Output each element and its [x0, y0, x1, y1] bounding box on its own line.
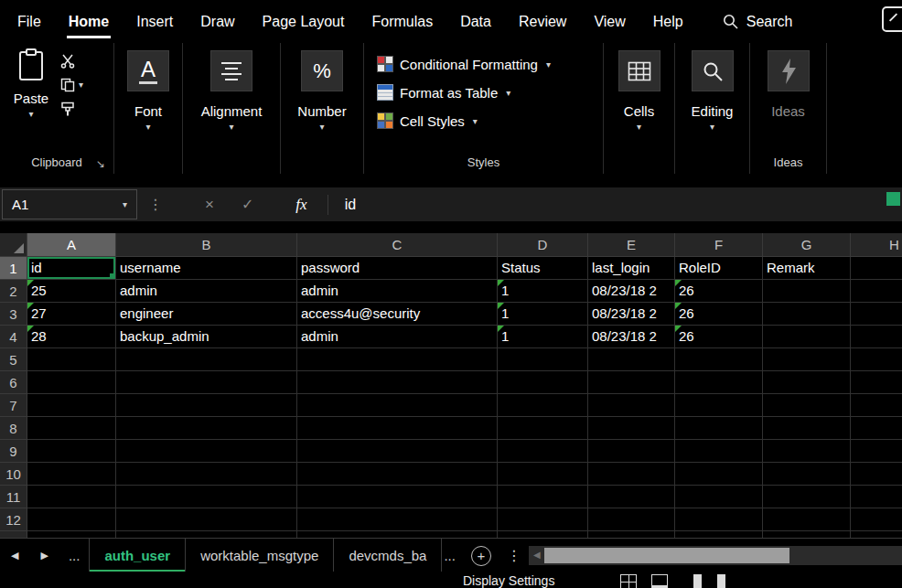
cell-F6[interactable] [675, 371, 763, 394]
row-header-13[interactable]: 13 [0, 531, 27, 538]
cells-button[interactable]: Cells ▾ [604, 50, 674, 132]
column-header-B[interactable]: B [116, 233, 297, 257]
cell-A4[interactable]: 28 [27, 326, 116, 348]
cell-B3[interactable]: engineer [116, 303, 297, 326]
cell-H7[interactable] [851, 394, 902, 417]
column-header-D[interactable]: D [498, 233, 588, 257]
chevron-down-icon[interactable]: ▾ [319, 123, 324, 132]
cell-A11[interactable] [27, 486, 116, 508]
cut-button[interactable] [60, 54, 75, 69]
cell-B12[interactable] [116, 508, 297, 531]
menu-tab-help[interactable]: Help [639, 0, 697, 43]
cell-E11[interactable] [588, 486, 675, 508]
cell-G11[interactable] [763, 486, 851, 508]
cell-H12[interactable] [851, 508, 902, 531]
cell-C11[interactable] [297, 486, 498, 508]
row-header-7[interactable]: 7 [0, 394, 27, 417]
cell-G5[interactable] [763, 348, 851, 371]
row-header-3[interactable]: 3 [0, 303, 27, 326]
cell-F2[interactable]: 26 [675, 280, 763, 303]
cell-H11[interactable] [851, 486, 902, 508]
cell-C10[interactable] [297, 463, 498, 486]
row-header-1[interactable]: 1 [0, 257, 27, 280]
tab-scroll-right-icon[interactable]: ▶ [29, 550, 59, 561]
cell-H3[interactable] [851, 303, 902, 326]
chevron-down-icon[interactable]: ▾ [229, 123, 233, 132]
number-button[interactable]: % Number ▾ [281, 50, 363, 132]
cell-D6[interactable] [498, 371, 588, 394]
menu-tab-insert[interactable]: Insert [123, 0, 187, 43]
cell-E6[interactable] [588, 371, 675, 394]
menu-tab-view[interactable]: View [580, 0, 639, 43]
view-shortcut-bar-icon[interactable] [717, 574, 725, 588]
cell-F4[interactable]: 26 [675, 326, 763, 348]
copy-button[interactable]: ▾ [60, 78, 83, 92]
cell-C9[interactable] [297, 440, 498, 463]
horizontal-scrollbar[interactable]: ◀ [529, 546, 902, 565]
cell-G10[interactable] [763, 463, 851, 486]
row-header-11[interactable]: 11 [0, 486, 27, 508]
more-dots-icon[interactable]: ⋮ [148, 196, 163, 213]
cell-G4[interactable] [763, 326, 851, 348]
cell-E7[interactable] [588, 394, 675, 417]
cell-E12[interactable] [588, 508, 675, 531]
cell-E10[interactable] [588, 463, 675, 486]
menu-tab-home[interactable]: Home [55, 0, 123, 43]
cell-A5[interactable] [27, 348, 116, 371]
sheet-tab-auth_user[interactable]: auth_user [90, 539, 186, 572]
cell-B7[interactable] [116, 394, 297, 417]
sheet-options-dots-icon[interactable]: ⋮ [507, 547, 521, 564]
cell-D7[interactable] [498, 394, 588, 417]
chevron-down-icon[interactable]: ▾ [79, 80, 83, 90]
cell-E5[interactable] [588, 348, 675, 371]
column-header-F[interactable]: F [675, 233, 763, 257]
cell-D4[interactable]: 1 [498, 326, 588, 348]
cell-C3[interactable]: access4u@security [297, 303, 498, 326]
ideas-button[interactable]: Ideas [750, 50, 826, 119]
menu-tab-file[interactable]: File [4, 0, 55, 43]
cell-H2[interactable] [851, 280, 902, 303]
chevron-down-icon[interactable]: ▾ [123, 199, 127, 209]
row-header-4[interactable]: 4 [0, 326, 27, 348]
cell-F13[interactable] [675, 531, 763, 538]
search-box[interactable]: Search [723, 0, 793, 43]
cell-C1[interactable]: password [297, 257, 498, 280]
paste-button[interactable]: Paste ▾ [7, 48, 55, 119]
cell-E1[interactable]: last_login [588, 257, 675, 280]
new-sheet-button[interactable]: + [471, 546, 491, 566]
page-layout-view-icon[interactable] [651, 574, 668, 588]
cell-F3[interactable]: 26 [675, 303, 763, 326]
scrollbar-thumb[interactable] [544, 548, 789, 563]
cell-E2[interactable]: 08/23/18 2 [588, 280, 675, 303]
formula-input[interactable]: id [345, 197, 902, 213]
cell-C5[interactable] [297, 348, 498, 371]
cell-G8[interactable] [763, 417, 851, 440]
conditional-formatting-button[interactable]: Conditional Formatting ▾ [377, 52, 551, 76]
menu-tab-draw[interactable]: Draw [187, 0, 248, 43]
cell-C6[interactable] [297, 371, 498, 394]
cell-A6[interactable] [27, 371, 116, 394]
scrollbar-left-arrow-icon[interactable]: ◀ [533, 550, 541, 560]
cell-E8[interactable] [588, 417, 675, 440]
cell-A13[interactable] [27, 531, 116, 538]
cell-D9[interactable] [498, 440, 588, 463]
cell-D5[interactable] [498, 348, 588, 371]
cell-H10[interactable] [851, 463, 902, 486]
view-shortcut-bar-icon[interactable] [693, 574, 702, 588]
cell-F5[interactable] [675, 348, 763, 371]
chevron-down-icon[interactable]: ▾ [145, 123, 150, 132]
cell-H9[interactable] [851, 440, 902, 463]
cell-B5[interactable] [116, 348, 297, 371]
cell-E9[interactable] [588, 440, 675, 463]
column-header-C[interactable]: C [297, 233, 498, 257]
cell-D2[interactable]: 1 [498, 280, 588, 303]
insert-function-icon[interactable]: fx [295, 196, 306, 214]
cell-C13[interactable] [297, 531, 498, 538]
sheet-tab-worktable_msgtype[interactable]: worktable_msgtype [186, 539, 334, 572]
cell-H4[interactable] [851, 326, 902, 348]
cell-H8[interactable] [851, 417, 902, 440]
cell-G1[interactable]: Remark [763, 257, 851, 280]
cell-G9[interactable] [763, 440, 851, 463]
column-header-H[interactable]: H [851, 233, 902, 257]
cell-B6[interactable] [116, 371, 297, 394]
